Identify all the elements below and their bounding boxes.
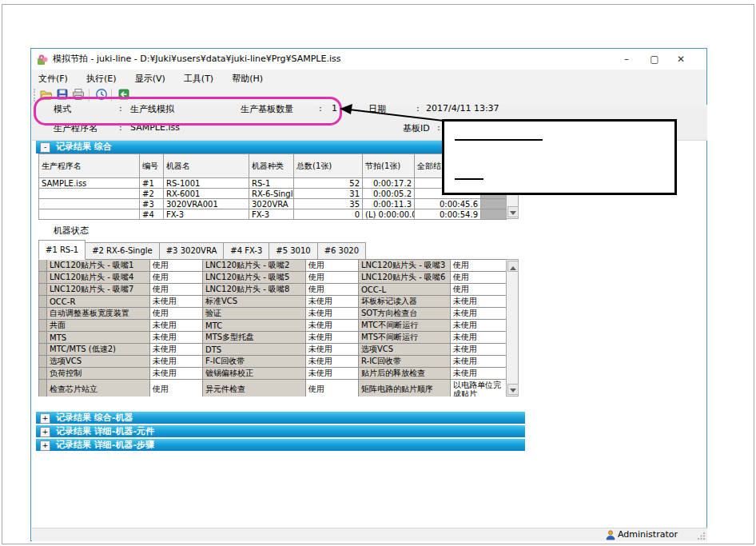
menu-bar: 文件(F) 执行(E) 显示(V) 工具(T) 帮助(H) — [31, 70, 706, 86]
cell: F-IC回收带 — [203, 356, 306, 368]
menu-file[interactable]: 文件(F) — [31, 70, 75, 87]
tab-machine-3[interactable]: #3 3020VRA — [159, 242, 225, 260]
tab-machine-2[interactable]: #2 RX-6-Single — [85, 242, 160, 260]
collapse-icon[interactable]: - — [40, 142, 50, 153]
cell: 未使用 — [306, 368, 359, 380]
cell: RS-1 — [249, 178, 294, 189]
expand-icon[interactable]: + — [40, 413, 50, 424]
scroll-down-icon[interactable] — [507, 206, 519, 217]
machine-status-table: LNC120贴片头 - 吸嘴1使用LNC120贴片头 - 吸嘴2使用LNC120… — [38, 259, 507, 397]
cell: 使用 — [451, 260, 507, 272]
section-detail-machine-component[interactable]: + 记录结果 详细-机器-元件 — [36, 425, 525, 437]
col-header: 生产程序名 — [39, 154, 140, 178]
cell: R-IC回收带 — [359, 356, 451, 368]
cell: MTC — [203, 320, 306, 332]
cell: 使用 — [451, 284, 507, 296]
cell: 0:00:11.3 — [363, 199, 415, 209]
cell: MTS不间断运行 — [359, 332, 451, 344]
cell: DTS — [203, 344, 306, 356]
title-bar[interactable]: 模拟节拍 - juki-line - D:¥Juki¥users¥data¥ju… — [31, 49, 706, 70]
cell: 31 — [294, 189, 363, 199]
cell: 35 — [294, 199, 363, 209]
col-header: 节拍(1张) — [363, 154, 415, 178]
status-row: OCC-R未使用标准VCS未使用坏板标记读入器未使用 — [39, 296, 507, 308]
cell: #4 — [140, 209, 164, 220]
cell: 未使用 — [451, 344, 507, 356]
cell: LNC120贴片头 - 吸嘴8 — [203, 284, 306, 296]
cell: 未使用 — [150, 368, 203, 380]
cell: 未使用 — [150, 356, 203, 368]
cell: LNC120贴片头 - 吸嘴1 — [47, 260, 150, 272]
cell: 未使用 — [150, 296, 203, 308]
tab-machine-4[interactable]: #4 FX-3 — [223, 242, 269, 260]
screenshot-page: 模拟节拍 - juki-line - D:¥Juki¥users¥data¥ju… — [0, 0, 756, 546]
cell: LNC120贴片头 - 吸嘴2 — [203, 260, 306, 272]
cell: 验证 — [203, 308, 306, 320]
tab-machine-1[interactable]: #1 RS-1 — [38, 240, 86, 260]
cell: 贴片后的释放检查 — [359, 368, 451, 380]
expand-icon[interactable]: + — [40, 427, 50, 437]
cell: 0:00:05.2 — [363, 189, 415, 199]
filler-cell — [481, 209, 507, 220]
menu-view[interactable]: 显示(V) — [128, 70, 173, 87]
maximize-button[interactable]: ▢ — [643, 49, 666, 70]
annotation-arrow — [339, 102, 448, 126]
cell: 以电路单位完成贴片 — [451, 380, 507, 397]
menu-execute[interactable]: 执行(E) — [79, 70, 124, 87]
window-title: 模拟节拍 - juki-line - D:¥Juki¥users¥data¥ju… — [53, 49, 340, 70]
cell: 选项VCS — [47, 356, 150, 368]
cell: MTS多型托盘 — [203, 332, 306, 344]
cell: FX-3 — [164, 209, 249, 220]
cell: 未使用 — [451, 296, 507, 308]
highlight-box — [34, 97, 342, 126]
cell: 使用 — [150, 260, 203, 272]
cell: 自动调整基板宽度装置 — [47, 308, 150, 320]
cell: 3020VRA001 — [164, 199, 249, 209]
status-row: MTC/MTS (低速2)未使用DTS未使用选项VCS未使用 — [39, 344, 507, 356]
close-button[interactable]: ✕ — [669, 49, 693, 70]
cell: 0:00:45.6 — [415, 199, 481, 209]
expand-icon[interactable]: + — [40, 440, 50, 451]
cell: LNC120贴片头 - 吸嘴5 — [203, 272, 306, 284]
scroll-up-icon[interactable] — [507, 261, 519, 272]
callout-underline-1 — [455, 139, 543, 141]
cell: 未使用 — [306, 356, 359, 368]
cell: 未使用 — [306, 308, 359, 320]
menu-help[interactable]: 帮助(H) — [225, 70, 270, 87]
section-summary-machine[interactable]: + 记录结果 综合-机器 — [36, 412, 525, 424]
cell: SAMPLE.iss — [39, 178, 140, 189]
cell: 使用 — [150, 308, 203, 320]
cell: SOT方向检查台 — [359, 308, 451, 320]
tab-machine-5[interactable]: #5 3010 — [269, 242, 317, 260]
minimize-button[interactable]: – — [615, 49, 639, 70]
menu-tools[interactable]: 工具(T) — [177, 70, 221, 87]
scroll-down-icon[interactable] — [507, 384, 519, 395]
status-row: 选项VCS未使用F-IC回收带未使用R-IC回收带未使用 — [39, 356, 507, 368]
cell: 使用 — [150, 272, 203, 284]
cell: 使用 — [150, 284, 203, 296]
user-icon — [606, 530, 615, 540]
cell: 坏板标记读入器 — [359, 296, 451, 308]
section-detail-machine-step[interactable]: + 记录结果 详细-机器-步骤 — [36, 439, 525, 451]
cell: 未使用 — [150, 332, 203, 344]
cell: 使用 — [306, 272, 359, 284]
cell: 未使用 — [306, 332, 359, 344]
summary-row: #2 RX-6001 RX-6-Single 31 0:00:05.2 — [39, 189, 507, 199]
resize-grip[interactable] — [698, 532, 706, 540]
cell: 未使用 — [150, 344, 203, 356]
col-header: 机器种类 — [249, 154, 294, 178]
machine-status-scrollbar[interactable] — [506, 259, 519, 397]
section-title: 记录结果 详细-机器-元件 — [56, 426, 154, 436]
cell: 52 — [294, 178, 363, 189]
cell: 检查芯片站立 — [47, 380, 150, 397]
status-row: MTS未使用MTS多型托盘未使用MTS不间断运行未使用 — [39, 332, 507, 344]
tab-machine-6[interactable]: #6 3020 — [317, 242, 366, 260]
cell: RS-1001 — [164, 178, 249, 189]
cell: 使用 — [150, 380, 203, 397]
cell: MTS — [47, 332, 150, 344]
cell — [39, 209, 140, 220]
cell: 未使用 — [150, 320, 203, 332]
col-header: 编号 — [140, 154, 164, 178]
section-title: 记录结果 综合-机器 — [56, 412, 133, 423]
cell: 3020VRA — [249, 199, 294, 209]
